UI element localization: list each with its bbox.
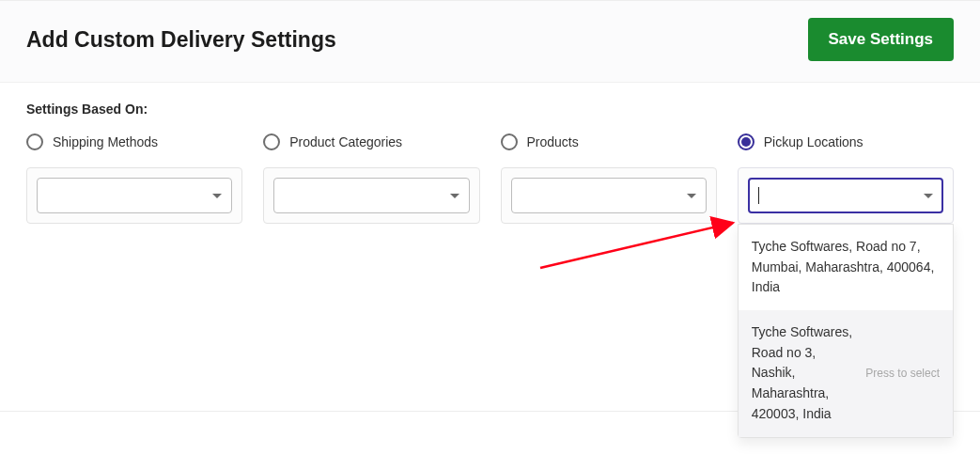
product-categories-select[interactable]	[273, 178, 469, 213]
chevron-down-icon	[687, 194, 696, 198]
pickup-locations-select[interactable]	[748, 178, 943, 213]
save-settings-button[interactable]: Save Settings	[808, 18, 955, 61]
radio-label: Product Categories	[289, 134, 402, 149]
pickup-locations-dropdown: Tyche Softwares, Road no 7, Mumbai, Maha…	[738, 224, 954, 438]
dropdown-option-text: Tyche Softwares, Road no 7, Mumbai, Maha…	[752, 237, 940, 298]
radio-icon	[263, 133, 280, 150]
radio-icon	[501, 133, 518, 150]
dropdown-option[interactable]: Tyche Softwares, Road no 3, Nashik, Maha…	[739, 310, 953, 436]
radio-products[interactable]: Products	[501, 133, 717, 150]
radio-product-categories[interactable]: Product Categories	[263, 133, 479, 150]
radio-icon	[738, 133, 754, 150]
dropdown-option[interactable]: Tyche Softwares, Road no 7, Mumbai, Maha…	[739, 225, 953, 310]
chevron-down-icon	[924, 194, 933, 198]
radio-icon	[26, 133, 43, 150]
settings-based-on-label: Settings Based On:	[0, 83, 980, 117]
press-to-select-hint: Press to select	[865, 365, 940, 383]
shipping-methods-select[interactable]	[37, 178, 232, 213]
text-cursor-icon	[758, 187, 759, 204]
radio-label: Products	[527, 134, 579, 149]
radio-shipping-methods[interactable]: Shipping Methods	[26, 133, 242, 150]
products-select[interactable]	[511, 178, 707, 213]
radio-label: Pickup Locations	[764, 134, 863, 149]
chevron-down-icon	[450, 194, 459, 198]
page-title: Add Custom Delivery Settings	[26, 27, 336, 53]
radio-label: Shipping Methods	[53, 134, 158, 149]
radio-pickup-locations[interactable]: Pickup Locations	[738, 133, 954, 150]
chevron-down-icon	[212, 194, 222, 198]
dropdown-option-text: Tyche Softwares, Road no 3, Nashik, Maha…	[752, 322, 861, 424]
